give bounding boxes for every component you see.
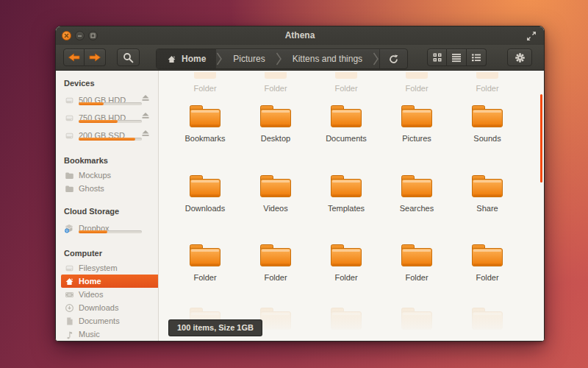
- folder-item-videos[interactable]: Videos: [240, 172, 311, 213]
- breadcrumb-segment-home[interactable]: Home: [157, 49, 216, 68]
- refresh-button[interactable]: [379, 49, 407, 68]
- compact-view-button[interactable]: [467, 49, 487, 66]
- sidebar-item-label: Home: [79, 277, 101, 286]
- folder-item-bookmarks[interactable]: Bookmarks: [170, 102, 240, 143]
- search-button[interactable]: [117, 49, 140, 66]
- sidebar-item-500-gb-hdd[interactable]: 500 GB HDD: [56, 91, 158, 109]
- sidebar-item-200-gb-ssd[interactable]: 200 GB SSD: [56, 127, 158, 144]
- chevron-right-icon: [216, 49, 223, 68]
- folder-item-pictures[interactable]: Pictures: [381, 102, 452, 143]
- sidebar-item-music[interactable]: Music: [56, 328, 158, 341]
- folder-item-label: Bookmarks: [170, 134, 240, 143]
- sidebar-item-documents[interactable]: Documents: [56, 314, 158, 328]
- ghost-folder-label: Folder: [311, 84, 381, 93]
- folder-icon: [329, 172, 363, 199]
- desktop-wallpaper: Athena HomePicturesKittens and things: [0, 0, 588, 368]
- folder-item-documents[interactable]: Documents: [311, 102, 381, 143]
- drive-icon: [64, 130, 74, 141]
- sidebar-item-label: Ghosts: [79, 184, 104, 193]
- ghost-folder-icon: [476, 72, 498, 79]
- breadcrumb-label: Pictures: [233, 54, 265, 64]
- folder-item-sounds[interactable]: Sounds: [452, 102, 523, 143]
- folder-item-templates[interactable]: Templates: [311, 172, 381, 213]
- ghost-folder-item[interactable]: Folder: [170, 72, 240, 93]
- usage-progress-fill: [79, 120, 118, 123]
- ghost-folder-item[interactable]: Folder: [311, 72, 381, 93]
- list-view-button[interactable]: [447, 49, 467, 66]
- breadcrumb-label: Home: [182, 54, 206, 64]
- sidebar-item-label: Downloads: [79, 303, 118, 312]
- folder-icon: [470, 241, 504, 268]
- drive-icon: [64, 113, 74, 123]
- folder-item-folder[interactable]: Folder: [381, 241, 452, 282]
- usage-progress-fill: [79, 102, 104, 105]
- back-arrow-icon: [68, 53, 80, 62]
- folder-icon: [64, 170, 74, 180]
- usage-progressbar: [79, 102, 142, 105]
- expand-icon[interactable]: [526, 31, 537, 41]
- back-button[interactable]: [63, 49, 85, 66]
- file-manager-window: Athena HomePicturesKittens and things: [55, 26, 545, 342]
- folder-icon: [259, 241, 293, 268]
- folder-icon: [259, 172, 293, 199]
- ghost-folder-item[interactable]: Folder: [381, 72, 452, 93]
- ghost-folder-item[interactable]: Folder: [240, 72, 311, 93]
- eject-icon[interactable]: [141, 93, 150, 102]
- folder-item-folder[interactable]: Folder: [311, 241, 381, 282]
- eject-icon[interactable]: [141, 111, 150, 119]
- titlebar: Athena: [56, 26, 544, 45]
- forward-arrow-icon: [89, 53, 101, 62]
- toolbar: HomePicturesKittens and things: [56, 45, 544, 71]
- sidebar-item-label: Videos: [79, 290, 103, 299]
- folder-item-folder[interactable]: Folder: [452, 241, 523, 282]
- settings-button[interactable]: [507, 49, 532, 66]
- ghost-folder-icon: [335, 72, 357, 79]
- sidebar-item-filesystem[interactable]: Filesystem: [56, 261, 158, 275]
- folder-icon: [470, 172, 504, 199]
- folder-item-folder[interactable]: Folder: [240, 241, 311, 282]
- sidebar-item-dropbox[interactable]: Dropbox: [56, 219, 158, 237]
- scrollbar-thumb[interactable]: [540, 94, 542, 183]
- folder-item-desktop[interactable]: Desktop: [240, 102, 311, 143]
- ghost-folder-item[interactable]: Folder: [452, 72, 523, 93]
- folder-item-folder[interactable]: Folder: [170, 241, 240, 282]
- drive-icon: [64, 95, 74, 105]
- folder-item-searches[interactable]: Searches: [381, 172, 452, 213]
- sidebar-item-ghosts[interactable]: Ghosts: [56, 182, 158, 195]
- view-switcher: [427, 49, 487, 66]
- usage-progress-fill: [79, 138, 135, 141]
- folder-icon: [470, 102, 504, 129]
- window-title: Athena: [56, 26, 544, 45]
- ghost-folder-label: Folder: [170, 84, 240, 93]
- music-icon: [64, 329, 74, 339]
- video-icon: [64, 289, 74, 300]
- grid-view-button[interactable]: [427, 49, 447, 66]
- sidebar-item-mockups[interactable]: Mockups: [56, 169, 158, 182]
- breadcrumb-segment-pictures[interactable]: Pictures: [223, 49, 275, 68]
- sidebar-item-home[interactable]: Home: [61, 275, 158, 288]
- folder-item-label: Pictures: [381, 134, 452, 143]
- ghost-folder-label: Folder: [381, 84, 452, 93]
- folder-item-share[interactable]: Share: [452, 172, 523, 213]
- search-icon: [123, 52, 134, 63]
- folder-item-label: Folder: [452, 273, 523, 282]
- forward-button[interactable]: [85, 49, 106, 66]
- drive-icon: [64, 263, 74, 273]
- folder-item-downloads[interactable]: Downloads: [170, 172, 240, 213]
- folder-icon: [188, 172, 222, 199]
- eject-icon[interactable]: [141, 129, 150, 137]
- sidebar-item-downloads[interactable]: Downloads: [56, 301, 158, 314]
- usage-progressbar: [79, 230, 142, 233]
- breadcrumb-segment-kittens-and-things[interactable]: Kittens and things: [282, 49, 373, 68]
- sidebar-item-750-gb-hdd[interactable]: 750 GB HDD: [56, 109, 158, 127]
- folder-item-label: Downloads: [170, 204, 240, 213]
- sidebar-item-videos[interactable]: Videos: [56, 288, 158, 301]
- sidebar-item-label: Filesystem: [79, 263, 118, 272]
- navigation-buttons: [63, 49, 106, 66]
- sidebar-item-label: Mockups: [79, 171, 111, 180]
- home-icon: [167, 54, 176, 64]
- ghost-folder-icon: [194, 72, 216, 79]
- folder-item-label: Documents: [311, 134, 381, 143]
- folder-item-label: Sounds: [452, 134, 523, 143]
- file-grid: FolderFolderFolderFolderFolderBookmarksD…: [159, 71, 544, 341]
